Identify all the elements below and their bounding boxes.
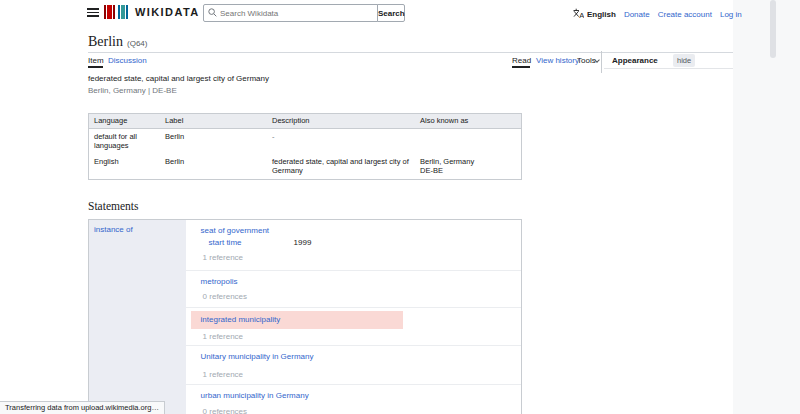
qualifier-value: 1999 — [294, 238, 312, 247]
header-user-links: A English Donate Create account Log in — [573, 8, 742, 20]
column-header-also-known-as: Also known as — [415, 114, 521, 128]
description-cell: - — [267, 129, 415, 154]
references-toggle[interactable]: 1 reference — [203, 253, 243, 262]
statement-row: metropolis 0 references — [186, 271, 521, 308]
scrollbar[interactable] — [770, 0, 776, 58]
viewport-side-band — [733, 0, 800, 414]
tab-read[interactable]: Read — [512, 56, 531, 65]
page-title: Berlin(Q64) — [88, 34, 147, 50]
statement-row: seat of government start time 1999 1 ref… — [186, 220, 521, 271]
language-selector[interactable]: English — [587, 10, 616, 19]
tab-view-history[interactable]: View history — [536, 56, 579, 65]
statements-heading: Statements — [88, 200, 138, 212]
column-header-language: Language — [89, 114, 160, 128]
language-cell: default for all languages — [89, 129, 160, 154]
search-button[interactable]: Search — [377, 4, 405, 22]
terms-table-header: Language Label Description Also known as — [89, 114, 521, 129]
statement-highlight: integrated municipality — [191, 311, 403, 329]
column-header-description: Description — [267, 114, 415, 128]
tools-menu[interactable]: Tools — [577, 56, 596, 65]
wikidata-logo-bars-icon — [104, 5, 129, 19]
references-toggle[interactable]: 1 reference — [203, 370, 243, 379]
statement-value-link[interactable]: Unitary municipality in Germany — [201, 352, 314, 361]
tab-discussion[interactable]: Discussion — [108, 56, 147, 65]
property-cell: instance of — [89, 220, 186, 414]
statement-value-link[interactable]: metropolis — [201, 277, 238, 286]
label-cell: Berlin — [160, 129, 267, 154]
donate-link[interactable]: Donate — [624, 10, 650, 19]
language-cell: English — [89, 154, 160, 179]
wikidata-page: WIKIDATA Search A English Donate Create … — [0, 0, 800, 414]
browser-status-bar: Transferring data from upload.wikimedia.… — [0, 401, 165, 414]
statement-row: integrated municipality 1 reference — [186, 308, 521, 346]
references-toggle[interactable]: 0 references — [203, 407, 247, 414]
entity-aliases: Berlin, Germany | DE-BE — [88, 86, 177, 95]
search-box — [203, 4, 378, 22]
svg-text:A: A — [579, 11, 584, 19]
wikidata-logo[interactable]: WIKIDATA — [104, 5, 200, 19]
property-link[interactable]: instance of — [94, 225, 133, 234]
statements-group: instance of seat of government start tim… — [88, 219, 522, 414]
qualifier-property-link[interactable]: start time — [209, 238, 242, 247]
appearance-divider — [604, 68, 733, 69]
statement-value-link[interactable]: urban municipality in Germany — [201, 391, 309, 400]
statement-values: seat of government start time 1999 1 ref… — [186, 220, 521, 414]
terms-table: Language Label Description Also known as… — [88, 113, 522, 180]
references-toggle[interactable]: 0 references — [203, 292, 247, 301]
title-divider — [88, 52, 733, 53]
table-row: default for all languages Berlin - — [89, 129, 521, 154]
appearance-hide-button[interactable]: hide — [673, 54, 695, 67]
statement-value-link[interactable]: seat of government — [201, 226, 269, 235]
hamburger-menu-icon[interactable] — [87, 8, 99, 17]
also-known-as-cell — [415, 129, 521, 154]
statement-row: urban municipality in Germany 0 referenc… — [186, 385, 521, 414]
table-row: English Berlin federated state, capital … — [89, 154, 521, 179]
references-toggle[interactable]: 1 reference — [203, 332, 243, 341]
tab-item[interactable]: Item — [88, 56, 104, 65]
statement-row: Unitary municipality in Germany 1 refere… — [186, 346, 521, 385]
tab-read-active-underline — [512, 66, 530, 68]
entity-description: federated state, capital and largest cit… — [88, 74, 269, 83]
wikidata-logo-text: WIKIDATA — [135, 6, 200, 18]
column-header-label: Label — [160, 114, 267, 128]
search-input[interactable] — [203, 4, 378, 22]
also-known-as-cell: Berlin, Germany DE-BE — [415, 154, 521, 179]
entity-id: (Q64) — [127, 39, 147, 48]
appearance-heading: Appearance — [612, 56, 658, 65]
create-account-link[interactable]: Create account — [658, 10, 712, 19]
search-icon — [208, 8, 217, 19]
statement-value-link[interactable]: integrated municipality — [201, 315, 281, 324]
description-cell: federated state, capital and largest cit… — [267, 154, 415, 179]
actions-divider — [601, 51, 602, 73]
tab-item-active-underline — [88, 66, 103, 68]
login-link[interactable]: Log in — [720, 10, 742, 19]
label-cell: Berlin — [160, 154, 267, 179]
language-icon: A — [573, 8, 584, 20]
